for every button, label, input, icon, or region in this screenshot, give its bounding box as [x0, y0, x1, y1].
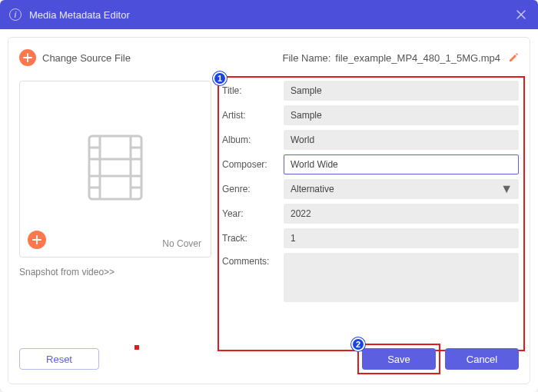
annotation-dot: [134, 345, 139, 350]
add-cover-button[interactable]: [28, 231, 46, 249]
snapshot-link[interactable]: Snapshot from video>>: [19, 267, 211, 277]
svg-rect-0: [89, 136, 141, 199]
album-input[interactable]: [284, 130, 519, 150]
album-label: Album:: [222, 135, 277, 145]
year-label: Year:: [222, 208, 277, 219]
genre-label: Genre:: [222, 184, 277, 194]
composer-label: Composer:: [222, 159, 277, 170]
titlebar: i Media Metadata Editor: [0, 0, 538, 29]
info-icon: i: [9, 8, 22, 21]
plus-icon: [19, 49, 36, 66]
film-icon: [86, 133, 144, 205]
comments-label: Comments:: [222, 253, 277, 267]
title-label: Title:: [222, 85, 277, 96]
composer-input[interactable]: [284, 154, 519, 174]
genre-select[interactable]: [284, 179, 519, 199]
cover-box: No Cover: [19, 81, 211, 257]
cancel-button[interactable]: Cancel: [445, 348, 519, 370]
track-input[interactable]: [284, 228, 519, 248]
track-label: Track:: [222, 233, 277, 244]
close-button[interactable]: [513, 7, 529, 22]
file-name-label: File Name:: [283, 52, 331, 64]
metadata-form-panel: 1 Title: Artist: Album: Co: [222, 81, 519, 336]
save-button[interactable]: Save: [362, 348, 436, 370]
artist-label: Artist:: [222, 110, 277, 121]
year-input[interactable]: [284, 204, 519, 224]
metadata-form: Title: Artist: Album: Composer:: [222, 81, 519, 302]
no-cover-label: No Cover: [162, 238, 201, 249]
top-row: Change Source File File Name: file_examp…: [19, 45, 519, 70]
dialog-body: Change Source File File Name: file_examp…: [8, 37, 530, 384]
footer-right-buttons: 2 Save Cancel: [362, 348, 519, 370]
change-source-label: Change Source File: [42, 52, 131, 64]
artist-input[interactable]: [284, 105, 519, 125]
edit-filename-button[interactable]: [508, 52, 519, 63]
window: i Media Metadata Editor Change Source Fi…: [0, 0, 538, 392]
change-source-button[interactable]: Change Source File: [19, 49, 131, 66]
file-name-value: file_example_MP4_480_1_5MG.mp4: [335, 52, 500, 64]
window-title: Media Metadata Editor: [29, 9, 513, 21]
title-input[interactable]: [284, 81, 519, 101]
cover-panel: No Cover Snapshot from video>>: [19, 81, 211, 336]
reset-button[interactable]: Reset: [19, 348, 99, 370]
content: No Cover Snapshot from video>> 1 Title: …: [19, 81, 519, 336]
comments-input[interactable]: [284, 253, 519, 302]
footer: Reset 2 Save Cancel: [19, 344, 519, 374]
